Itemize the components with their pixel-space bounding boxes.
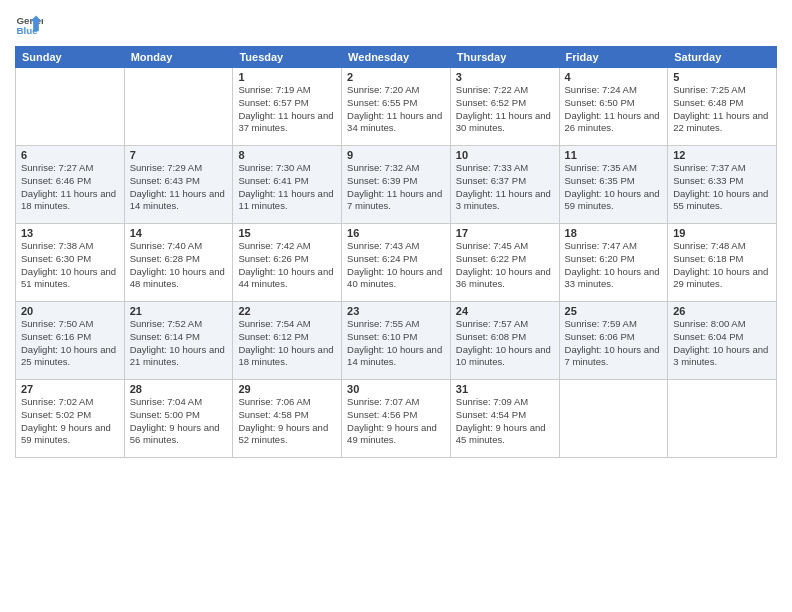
- calendar-day-cell: 31Sunrise: 7:09 AM Sunset: 4:54 PM Dayli…: [450, 380, 559, 458]
- calendar-day-cell: 9Sunrise: 7:32 AM Sunset: 6:39 PM Daylig…: [342, 146, 451, 224]
- day-info: Sunrise: 7:59 AM Sunset: 6:06 PM Dayligh…: [565, 318, 663, 369]
- weekday-header: Saturday: [668, 47, 777, 68]
- calendar-day-cell: 6Sunrise: 7:27 AM Sunset: 6:46 PM Daylig…: [16, 146, 125, 224]
- calendar-day-cell: 29Sunrise: 7:06 AM Sunset: 4:58 PM Dayli…: [233, 380, 342, 458]
- calendar-day-cell: 1Sunrise: 7:19 AM Sunset: 6:57 PM Daylig…: [233, 68, 342, 146]
- day-number: 11: [565, 149, 663, 161]
- day-info: Sunrise: 7:24 AM Sunset: 6:50 PM Dayligh…: [565, 84, 663, 135]
- calendar-day-cell: [16, 68, 125, 146]
- day-info: Sunrise: 8:00 AM Sunset: 6:04 PM Dayligh…: [673, 318, 771, 369]
- day-number: 18: [565, 227, 663, 239]
- calendar-day-cell: 8Sunrise: 7:30 AM Sunset: 6:41 PM Daylig…: [233, 146, 342, 224]
- calendar-day-cell: 26Sunrise: 8:00 AM Sunset: 6:04 PM Dayli…: [668, 302, 777, 380]
- day-info: Sunrise: 7:55 AM Sunset: 6:10 PM Dayligh…: [347, 318, 445, 369]
- day-info: Sunrise: 7:22 AM Sunset: 6:52 PM Dayligh…: [456, 84, 554, 135]
- day-number: 16: [347, 227, 445, 239]
- day-info: Sunrise: 7:02 AM Sunset: 5:02 PM Dayligh…: [21, 396, 119, 447]
- calendar-day-cell: 13Sunrise: 7:38 AM Sunset: 6:30 PM Dayli…: [16, 224, 125, 302]
- calendar-day-cell: 28Sunrise: 7:04 AM Sunset: 5:00 PM Dayli…: [124, 380, 233, 458]
- day-number: 31: [456, 383, 554, 395]
- day-info: Sunrise: 7:43 AM Sunset: 6:24 PM Dayligh…: [347, 240, 445, 291]
- calendar-day-cell: [124, 68, 233, 146]
- day-info: Sunrise: 7:35 AM Sunset: 6:35 PM Dayligh…: [565, 162, 663, 213]
- day-number: 6: [21, 149, 119, 161]
- day-number: 8: [238, 149, 336, 161]
- day-info: Sunrise: 7:54 AM Sunset: 6:12 PM Dayligh…: [238, 318, 336, 369]
- day-info: Sunrise: 7:57 AM Sunset: 6:08 PM Dayligh…: [456, 318, 554, 369]
- weekday-header: Tuesday: [233, 47, 342, 68]
- day-number: 27: [21, 383, 119, 395]
- day-number: 3: [456, 71, 554, 83]
- day-number: 19: [673, 227, 771, 239]
- day-number: 12: [673, 149, 771, 161]
- weekday-header: Friday: [559, 47, 668, 68]
- day-number: 5: [673, 71, 771, 83]
- calendar-day-cell: 19Sunrise: 7:48 AM Sunset: 6:18 PM Dayli…: [668, 224, 777, 302]
- calendar-day-cell: 3Sunrise: 7:22 AM Sunset: 6:52 PM Daylig…: [450, 68, 559, 146]
- day-number: 9: [347, 149, 445, 161]
- day-info: Sunrise: 7:20 AM Sunset: 6:55 PM Dayligh…: [347, 84, 445, 135]
- page-header: General Blue: [15, 10, 777, 38]
- day-info: Sunrise: 7:33 AM Sunset: 6:37 PM Dayligh…: [456, 162, 554, 213]
- day-info: Sunrise: 7:09 AM Sunset: 4:54 PM Dayligh…: [456, 396, 554, 447]
- logo-icon: General Blue: [15, 10, 43, 38]
- day-number: 14: [130, 227, 228, 239]
- day-info: Sunrise: 7:29 AM Sunset: 6:43 PM Dayligh…: [130, 162, 228, 213]
- day-info: Sunrise: 7:30 AM Sunset: 6:41 PM Dayligh…: [238, 162, 336, 213]
- day-info: Sunrise: 7:07 AM Sunset: 4:56 PM Dayligh…: [347, 396, 445, 447]
- day-info: Sunrise: 7:47 AM Sunset: 6:20 PM Dayligh…: [565, 240, 663, 291]
- day-number: 30: [347, 383, 445, 395]
- calendar-day-cell: 5Sunrise: 7:25 AM Sunset: 6:48 PM Daylig…: [668, 68, 777, 146]
- calendar-header-row: SundayMondayTuesdayWednesdayThursdayFrid…: [16, 47, 777, 68]
- calendar-week-row: 13Sunrise: 7:38 AM Sunset: 6:30 PM Dayli…: [16, 224, 777, 302]
- day-number: 29: [238, 383, 336, 395]
- weekday-header: Sunday: [16, 47, 125, 68]
- calendar-day-cell: 30Sunrise: 7:07 AM Sunset: 4:56 PM Dayli…: [342, 380, 451, 458]
- day-info: Sunrise: 7:48 AM Sunset: 6:18 PM Dayligh…: [673, 240, 771, 291]
- day-number: 13: [21, 227, 119, 239]
- day-number: 2: [347, 71, 445, 83]
- day-number: 28: [130, 383, 228, 395]
- day-info: Sunrise: 7:45 AM Sunset: 6:22 PM Dayligh…: [456, 240, 554, 291]
- calendar-day-cell: 21Sunrise: 7:52 AM Sunset: 6:14 PM Dayli…: [124, 302, 233, 380]
- day-info: Sunrise: 7:38 AM Sunset: 6:30 PM Dayligh…: [21, 240, 119, 291]
- calendar-day-cell: 17Sunrise: 7:45 AM Sunset: 6:22 PM Dayli…: [450, 224, 559, 302]
- calendar-day-cell: [559, 380, 668, 458]
- weekday-header: Wednesday: [342, 47, 451, 68]
- day-number: 7: [130, 149, 228, 161]
- day-info: Sunrise: 7:50 AM Sunset: 6:16 PM Dayligh…: [21, 318, 119, 369]
- calendar-day-cell: 11Sunrise: 7:35 AM Sunset: 6:35 PM Dayli…: [559, 146, 668, 224]
- calendar-day-cell: 4Sunrise: 7:24 AM Sunset: 6:50 PM Daylig…: [559, 68, 668, 146]
- calendar-day-cell: 27Sunrise: 7:02 AM Sunset: 5:02 PM Dayli…: [16, 380, 125, 458]
- day-number: 25: [565, 305, 663, 317]
- calendar-day-cell: 23Sunrise: 7:55 AM Sunset: 6:10 PM Dayli…: [342, 302, 451, 380]
- day-number: 17: [456, 227, 554, 239]
- day-number: 24: [456, 305, 554, 317]
- day-info: Sunrise: 7:37 AM Sunset: 6:33 PM Dayligh…: [673, 162, 771, 213]
- calendar-day-cell: 12Sunrise: 7:37 AM Sunset: 6:33 PM Dayli…: [668, 146, 777, 224]
- day-info: Sunrise: 7:04 AM Sunset: 5:00 PM Dayligh…: [130, 396, 228, 447]
- page-container: General Blue SundayMondayTuesdayWednesda…: [0, 0, 792, 612]
- day-info: Sunrise: 7:06 AM Sunset: 4:58 PM Dayligh…: [238, 396, 336, 447]
- day-info: Sunrise: 7:25 AM Sunset: 6:48 PM Dayligh…: [673, 84, 771, 135]
- calendar-day-cell: 25Sunrise: 7:59 AM Sunset: 6:06 PM Dayli…: [559, 302, 668, 380]
- calendar-day-cell: 14Sunrise: 7:40 AM Sunset: 6:28 PM Dayli…: [124, 224, 233, 302]
- calendar-day-cell: 10Sunrise: 7:33 AM Sunset: 6:37 PM Dayli…: [450, 146, 559, 224]
- calendar-week-row: 27Sunrise: 7:02 AM Sunset: 5:02 PM Dayli…: [16, 380, 777, 458]
- calendar-table: SundayMondayTuesdayWednesdayThursdayFrid…: [15, 46, 777, 458]
- day-number: 4: [565, 71, 663, 83]
- day-info: Sunrise: 7:27 AM Sunset: 6:46 PM Dayligh…: [21, 162, 119, 213]
- weekday-header: Monday: [124, 47, 233, 68]
- calendar-day-cell: 16Sunrise: 7:43 AM Sunset: 6:24 PM Dayli…: [342, 224, 451, 302]
- calendar-day-cell: [668, 380, 777, 458]
- calendar-week-row: 20Sunrise: 7:50 AM Sunset: 6:16 PM Dayli…: [16, 302, 777, 380]
- day-number: 15: [238, 227, 336, 239]
- day-number: 21: [130, 305, 228, 317]
- day-number: 10: [456, 149, 554, 161]
- calendar-day-cell: 7Sunrise: 7:29 AM Sunset: 6:43 PM Daylig…: [124, 146, 233, 224]
- calendar-day-cell: 24Sunrise: 7:57 AM Sunset: 6:08 PM Dayli…: [450, 302, 559, 380]
- day-info: Sunrise: 7:42 AM Sunset: 6:26 PM Dayligh…: [238, 240, 336, 291]
- day-info: Sunrise: 7:32 AM Sunset: 6:39 PM Dayligh…: [347, 162, 445, 213]
- calendar-week-row: 1Sunrise: 7:19 AM Sunset: 6:57 PM Daylig…: [16, 68, 777, 146]
- calendar-day-cell: 20Sunrise: 7:50 AM Sunset: 6:16 PM Dayli…: [16, 302, 125, 380]
